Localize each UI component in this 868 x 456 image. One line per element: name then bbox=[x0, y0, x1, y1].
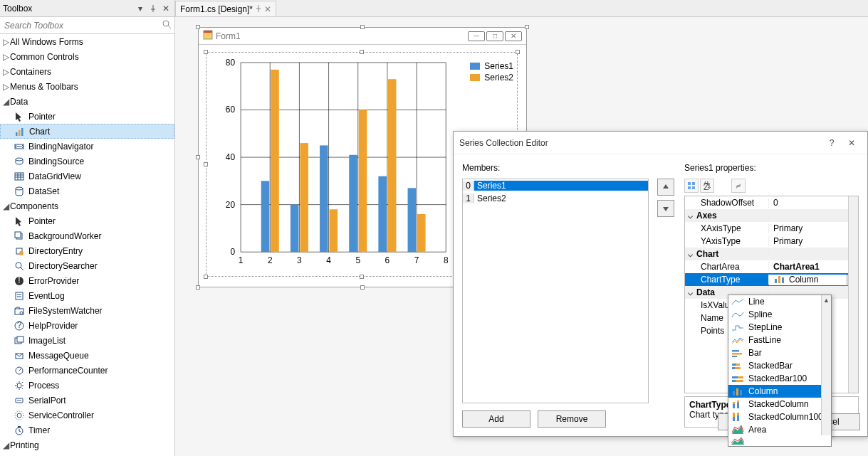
charttype-dropdown-overflow[interactable] bbox=[728, 435, 832, 447]
members-label: Members: bbox=[462, 163, 649, 176]
charttype-dropdown[interactable]: ▲ LineSplineStepLineFastLineBarStackedBa… bbox=[728, 295, 832, 437]
toolbox-item[interactable]: DataSet bbox=[0, 184, 174, 198]
charttype-option[interactable]: Column bbox=[728, 385, 831, 398]
toolbox-title: Toolbox bbox=[3, 4, 133, 14]
charttype-icon bbox=[731, 413, 744, 421]
charttype-option[interactable]: Line bbox=[728, 295, 831, 308]
toolbox-item-label: BackgroundWorker bbox=[28, 231, 102, 241]
charttype-option[interactable]: StepLine bbox=[728, 321, 831, 334]
property-category-name: Axes bbox=[696, 211, 717, 221]
dialog-close-icon[interactable]: ✕ bbox=[842, 136, 862, 150]
svg-text:3: 3 bbox=[297, 255, 302, 265]
toolbox-item[interactable]: BindingNavigator bbox=[0, 139, 174, 154]
svg-rect-99 bbox=[735, 367, 741, 369]
property-row[interactable]: ShadowOffset0 bbox=[685, 196, 858, 209]
minimize-button[interactable]: ─ bbox=[468, 31, 485, 41]
toolbox-item[interactable]: DataGridView bbox=[0, 169, 174, 184]
toolbox-item[interactable]: Pointer bbox=[0, 452, 174, 456]
property-value: Primary bbox=[773, 223, 802, 233]
svg-rect-110 bbox=[737, 401, 739, 403]
svg-rect-82 bbox=[388, 79, 397, 252]
svg-rect-72 bbox=[261, 181, 270, 252]
toolbox-close-icon[interactable]: ✕ bbox=[160, 3, 172, 14]
charttype-option[interactable]: StackedColumn100 bbox=[728, 410, 831, 423]
toolbox-pin-icon[interactable] bbox=[147, 3, 159, 14]
svg-point-38 bbox=[17, 413, 21, 418]
toolbox-item[interactable]: BackgroundWorker bbox=[0, 228, 174, 243]
toolbox-body[interactable]: ▷All Windows Forms▷Common Controls▷Conta… bbox=[0, 34, 174, 456]
member-name: Series2 bbox=[474, 193, 648, 203]
toolbox-category[interactable]: ◢Printing bbox=[0, 438, 174, 452]
toolbox-category[interactable]: ◢Data bbox=[0, 94, 174, 109]
categorized-icon[interactable] bbox=[684, 179, 699, 193]
search-icon[interactable] bbox=[162, 19, 172, 31]
property-category[interactable]: ⌵Axes bbox=[685, 209, 858, 222]
add-button[interactable]: Add bbox=[462, 410, 530, 428]
svg-text:8: 8 bbox=[444, 255, 449, 265]
toolbox-category-label: Printing bbox=[10, 440, 39, 450]
charttype-option[interactable]: StackedColumn bbox=[728, 398, 831, 410]
move-up-button[interactable] bbox=[657, 179, 674, 196]
charttype-option[interactable]: Area bbox=[728, 423, 831, 436]
tab-pin-icon[interactable] bbox=[256, 4, 261, 14]
toolbox-item[interactable]: Timer bbox=[0, 423, 174, 438]
charttype-option[interactable]: Bar bbox=[728, 346, 831, 359]
maximize-button[interactable]: □ bbox=[486, 31, 503, 41]
charttype-option[interactable]: StackedBar100 bbox=[728, 372, 831, 385]
toolbox-category[interactable]: ▷Containers bbox=[0, 64, 174, 79]
charttype-option[interactable]: StackedBar bbox=[728, 359, 831, 372]
toolbox-item[interactable]: PerformanceCounter bbox=[0, 363, 174, 378]
property-pages-icon[interactable] bbox=[731, 179, 746, 193]
toolbox-category[interactable]: ▷Menus & Toolbars bbox=[0, 79, 174, 94]
dropdown-scrollbar[interactable]: ▲ bbox=[821, 295, 831, 436]
toolbox-search-input[interactable] bbox=[3, 20, 162, 31]
close-button[interactable]: ✕ bbox=[505, 31, 522, 41]
toolbox-item-label: Chart bbox=[29, 127, 50, 137]
property-category[interactable]: ⌵Chart bbox=[685, 248, 858, 260]
property-row[interactable]: ChartAreaChartArea1 bbox=[685, 260, 858, 273]
charttype-option[interactable]: Spline bbox=[728, 308, 831, 321]
tab-close-icon[interactable]: ✕ bbox=[264, 4, 271, 14]
property-row[interactable]: XAxisTypePrimary bbox=[685, 222, 858, 235]
toolbox-item[interactable]: Pointer bbox=[0, 213, 174, 228]
remove-button[interactable]: Remove bbox=[538, 410, 606, 428]
toolbox-item[interactable]: BindingSource bbox=[0, 154, 174, 169]
chevron-down-icon: ⌵ bbox=[688, 249, 696, 259]
toolbox-item[interactable]: ?HelpProvider bbox=[0, 318, 174, 333]
member-row[interactable]: 0Series1 bbox=[463, 179, 648, 192]
toolbox-item[interactable]: !ErrorProvider bbox=[0, 273, 174, 288]
member-row[interactable]: 1Series2 bbox=[463, 192, 648, 205]
document-tab[interactable]: Form1.cs [Design]* ✕ bbox=[175, 1, 276, 16]
toolbox-item[interactable]: SerialPort bbox=[0, 393, 174, 408]
svg-rect-103 bbox=[736, 380, 743, 382]
toolbox-item[interactable]: DirectorySearcher bbox=[0, 258, 174, 273]
charttype-option[interactable]: FastLine bbox=[728, 334, 831, 346]
toolbox-item[interactable]: FileSystemWatcher bbox=[0, 303, 174, 318]
svg-text:6: 6 bbox=[385, 255, 390, 265]
move-down-button[interactable] bbox=[657, 200, 674, 217]
svg-rect-29 bbox=[17, 336, 23, 342]
toolbox-item[interactable]: Pointer bbox=[0, 109, 174, 124]
toolbox-category[interactable]: ◢Components bbox=[0, 198, 174, 213]
property-row[interactable]: YAxisTypePrimary bbox=[685, 235, 858, 248]
toolbox-item[interactable]: Chart bbox=[0, 124, 174, 139]
toolbox-item[interactable]: ServiceController bbox=[0, 408, 174, 423]
svg-rect-84 bbox=[688, 182, 691, 185]
toolbox-category[interactable]: ▷Common Controls bbox=[0, 49, 174, 64]
property-grid-scrollbar[interactable] bbox=[848, 196, 858, 393]
members-list[interactable]: 0Series11Series2 bbox=[462, 179, 649, 403]
alphabetical-icon[interactable]: AZ bbox=[700, 179, 714, 193]
toolbox-item-label: DirectorySearcher bbox=[28, 261, 98, 271]
toolbox-item[interactable]: ImageList bbox=[0, 333, 174, 348]
property-row[interactable]: ChartTypeColumn⌵ bbox=[685, 273, 858, 286]
toolbox-item[interactable]: EventLog bbox=[0, 288, 174, 303]
toolbox-dropdown-icon[interactable]: ▾ bbox=[135, 3, 146, 14]
toolbox-item[interactable]: Process bbox=[0, 378, 174, 393]
toolbox-category[interactable]: ▷All Windows Forms bbox=[0, 34, 174, 49]
svg-text:1: 1 bbox=[239, 255, 244, 265]
scroll-up-icon[interactable]: ▲ bbox=[822, 295, 831, 305]
toolbox-item[interactable]: MessageQueue bbox=[0, 348, 174, 363]
dialog-help-icon[interactable]: ? bbox=[822, 136, 842, 150]
toolbox-item[interactable]: DirectoryEntry bbox=[0, 243, 174, 258]
svg-rect-92 bbox=[782, 277, 784, 283]
